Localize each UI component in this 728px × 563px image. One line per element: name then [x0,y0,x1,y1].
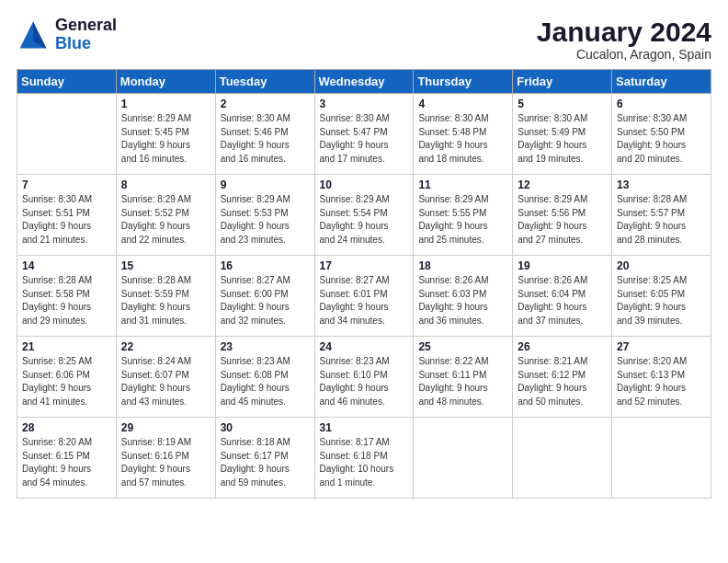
header-tuesday: Tuesday [215,70,314,94]
day-number: 9 [221,178,310,191]
day-info: Sunrise: 8:22 AM Sunset: 6:11 PM Dayligh… [418,355,507,408]
day-number: 3 [320,98,409,110]
table-row [17,94,117,175]
day-number: 11 [418,178,507,191]
day-number: 17 [320,259,409,272]
day-info: Sunrise: 8:26 AM Sunset: 6:04 PM Dayligh… [518,274,607,327]
header-friday: Friday [513,70,612,94]
table-row: 10Sunrise: 8:29 AM Sunset: 5:54 PM Dayli… [314,175,414,256]
table-row: 5Sunrise: 8:30 AM Sunset: 5:49 PM Daylig… [513,94,612,175]
day-info: Sunrise: 8:28 AM Sunset: 5:58 PM Dayligh… [22,274,111,327]
table-row: 21Sunrise: 8:25 AM Sunset: 6:06 PM Dayli… [17,337,117,418]
day-info: Sunrise: 8:30 AM Sunset: 5:48 PM Dayligh… [418,112,507,166]
table-row: 19Sunrise: 8:26 AM Sunset: 6:04 PM Dayli… [513,256,612,337]
table-row [414,418,513,499]
day-number: 7 [22,178,111,191]
day-number: 23 [221,340,310,353]
day-info: Sunrise: 8:29 AM Sunset: 5:56 PM Dayligh… [518,193,607,247]
table-row: 9Sunrise: 8:29 AM Sunset: 5:53 PM Daylig… [215,175,314,256]
table-row: 24Sunrise: 8:23 AM Sunset: 6:10 PM Dayli… [314,337,414,418]
logo-general: General [55,17,117,35]
table-row: 18Sunrise: 8:26 AM Sunset: 6:03 PM Dayli… [414,256,513,337]
day-info: Sunrise: 8:29 AM Sunset: 5:45 PM Dayligh… [121,112,210,166]
day-number: 27 [617,340,706,353]
calendar-week-row: 21Sunrise: 8:25 AM Sunset: 6:06 PM Dayli… [17,337,711,418]
logo-blue: Blue [55,35,117,53]
table-row: 22Sunrise: 8:24 AM Sunset: 6:07 PM Dayli… [116,337,215,418]
table-row: 13Sunrise: 8:28 AM Sunset: 5:57 PM Dayli… [612,175,711,256]
table-row: 31Sunrise: 8:17 AM Sunset: 6:18 PM Dayli… [314,418,414,499]
table-row: 3Sunrise: 8:30 AM Sunset: 5:47 PM Daylig… [314,94,414,175]
table-row: 8Sunrise: 8:29 AM Sunset: 5:52 PM Daylig… [116,175,215,256]
day-info: Sunrise: 8:20 AM Sunset: 6:15 PM Dayligh… [22,436,111,489]
day-info: Sunrise: 8:28 AM Sunset: 5:59 PM Dayligh… [121,274,210,327]
page: General Blue January 2024 Cucalon, Arago… [0,0,728,563]
day-info: Sunrise: 8:30 AM Sunset: 5:47 PM Dayligh… [320,112,409,166]
header-sunday: Sunday [17,70,117,94]
day-info: Sunrise: 8:29 AM Sunset: 5:52 PM Dayligh… [121,193,210,247]
day-number: 6 [617,98,706,110]
table-row: 23Sunrise: 8:23 AM Sunset: 6:08 PM Dayli… [215,337,314,418]
day-info: Sunrise: 8:28 AM Sunset: 5:57 PM Dayligh… [617,193,706,247]
table-row: 11Sunrise: 8:29 AM Sunset: 5:55 PM Dayli… [414,175,513,256]
header: General Blue January 2024 Cucalon, Arago… [17,17,711,62]
calendar-subtitle: Cucalon, Aragon, Spain [537,47,711,62]
day-info: Sunrise: 8:27 AM Sunset: 6:00 PM Dayligh… [221,274,310,327]
header-saturday: Saturday [612,70,711,94]
logo-text: General Blue [55,17,117,53]
day-number: 25 [418,340,507,353]
header-wednesday: Wednesday [314,70,414,94]
day-number: 19 [518,259,607,272]
day-number: 20 [617,259,706,272]
day-number: 15 [121,259,210,272]
day-info: Sunrise: 8:30 AM Sunset: 5:46 PM Dayligh… [221,112,310,166]
table-row: 4Sunrise: 8:30 AM Sunset: 5:48 PM Daylig… [414,94,513,175]
day-info: Sunrise: 8:29 AM Sunset: 5:53 PM Dayligh… [221,193,310,247]
table-row: 27Sunrise: 8:20 AM Sunset: 6:13 PM Dayli… [612,337,711,418]
table-row: 16Sunrise: 8:27 AM Sunset: 6:00 PM Dayli… [215,256,314,337]
day-number: 12 [518,178,607,191]
day-info: Sunrise: 8:25 AM Sunset: 6:05 PM Dayligh… [617,274,706,327]
day-info: Sunrise: 8:30 AM Sunset: 5:51 PM Dayligh… [22,193,111,247]
day-info: Sunrise: 8:29 AM Sunset: 5:54 PM Dayligh… [320,193,409,247]
table-row: 30Sunrise: 8:18 AM Sunset: 6:17 PM Dayli… [215,418,314,499]
day-info: Sunrise: 8:27 AM Sunset: 6:01 PM Dayligh… [320,274,409,327]
table-row: 29Sunrise: 8:19 AM Sunset: 6:16 PM Dayli… [116,418,215,499]
day-number: 10 [320,178,409,191]
day-number: 1 [121,98,210,110]
day-number: 21 [22,340,111,353]
table-row: 7Sunrise: 8:30 AM Sunset: 5:51 PM Daylig… [17,175,117,256]
day-number: 13 [617,178,706,191]
day-number: 29 [121,421,210,434]
table-row: 25Sunrise: 8:22 AM Sunset: 6:11 PM Dayli… [414,337,513,418]
day-info: Sunrise: 8:21 AM Sunset: 6:12 PM Dayligh… [518,355,607,408]
header-monday: Monday [116,70,215,94]
calendar-week-row: 14Sunrise: 8:28 AM Sunset: 5:58 PM Dayli… [17,256,711,337]
table-row: 14Sunrise: 8:28 AM Sunset: 5:58 PM Dayli… [17,256,117,337]
day-info: Sunrise: 8:30 AM Sunset: 5:49 PM Dayligh… [518,112,607,166]
day-info: Sunrise: 8:18 AM Sunset: 6:17 PM Dayligh… [221,436,310,489]
calendar-week-row: 28Sunrise: 8:20 AM Sunset: 6:15 PM Dayli… [17,418,711,499]
calendar-week-row: 1Sunrise: 8:29 AM Sunset: 5:45 PM Daylig… [17,94,711,175]
table-row: 2Sunrise: 8:30 AM Sunset: 5:46 PM Daylig… [215,94,314,175]
table-row: 12Sunrise: 8:29 AM Sunset: 5:56 PM Dayli… [513,175,612,256]
day-number: 22 [121,340,210,353]
day-number: 28 [22,421,111,434]
day-info: Sunrise: 8:25 AM Sunset: 6:06 PM Dayligh… [22,355,111,408]
day-info: Sunrise: 8:20 AM Sunset: 6:13 PM Dayligh… [617,355,706,408]
table-row: 26Sunrise: 8:21 AM Sunset: 6:12 PM Dayli… [513,337,612,418]
day-info: Sunrise: 8:19 AM Sunset: 6:16 PM Dayligh… [121,436,210,489]
day-info: Sunrise: 8:23 AM Sunset: 6:08 PM Dayligh… [221,355,310,408]
table-row: 17Sunrise: 8:27 AM Sunset: 6:01 PM Dayli… [314,256,414,337]
title-block: January 2024 Cucalon, Aragon, Spain [537,17,711,62]
day-info: Sunrise: 8:30 AM Sunset: 5:50 PM Dayligh… [617,112,706,166]
day-info: Sunrise: 8:26 AM Sunset: 6:03 PM Dayligh… [418,274,507,327]
day-info: Sunrise: 8:23 AM Sunset: 6:10 PM Dayligh… [320,355,409,408]
day-number: 18 [418,259,507,272]
table-row: 28Sunrise: 8:20 AM Sunset: 6:15 PM Dayli… [17,418,117,499]
day-number: 26 [518,340,607,353]
day-number: 5 [518,98,607,110]
calendar-table: Sunday Monday Tuesday Wednesday Thursday… [17,69,711,499]
days-header-row: Sunday Monday Tuesday Wednesday Thursday… [17,70,711,94]
calendar-title: January 2024 [537,17,711,47]
